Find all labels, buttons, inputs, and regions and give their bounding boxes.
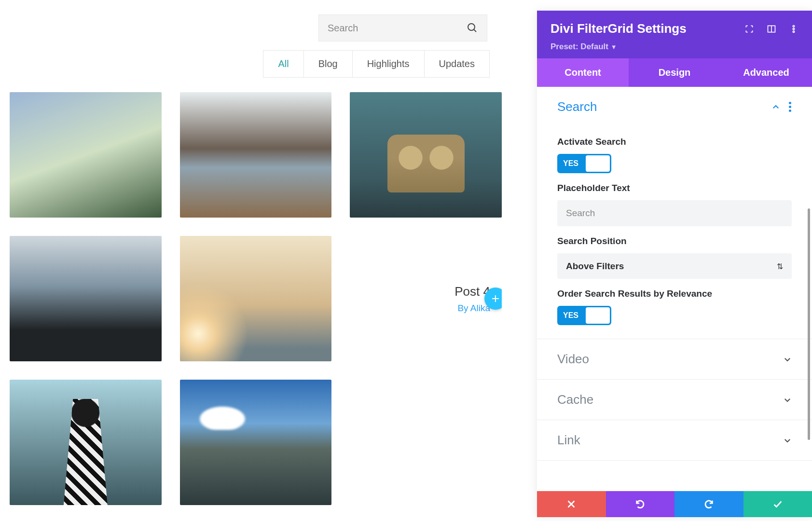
- section-cache-header[interactable]: Cache: [537, 380, 812, 420]
- label-order-relevance: Order Search Results by Relevance: [557, 288, 792, 299]
- tab-design[interactable]: Design: [629, 58, 720, 87]
- preset-label: Preset: Default: [551, 42, 608, 51]
- undo-button[interactable]: [606, 491, 675, 517]
- toggle-value: YES: [557, 159, 584, 168]
- search-icon: [467, 22, 478, 34]
- label-activate-search: Activate Search: [557, 137, 792, 147]
- preview-area: All Blog Highlights Updates Post 4 By Al…: [0, 0, 511, 520]
- grid-tile[interactable]: [180, 92, 332, 218]
- svg-point-0: [468, 24, 475, 30]
- panel-tabs: Content Design Advanced: [537, 58, 812, 87]
- section-link-header[interactable]: Link: [537, 420, 812, 460]
- section-video-header[interactable]: Video: [537, 339, 812, 379]
- tab-content[interactable]: Content: [537, 58, 629, 87]
- close-icon: [566, 499, 577, 509]
- filter-blog[interactable]: Blog: [304, 51, 353, 77]
- hover-meta-prefix: By: [457, 303, 470, 313]
- expand-icon[interactable]: [744, 24, 754, 34]
- select-search-position[interactable]: Above Filters: [557, 253, 792, 279]
- filter-highlights[interactable]: Highlights: [353, 51, 425, 77]
- toggle-activate-search[interactable]: YES: [557, 154, 611, 173]
- redo-icon: [703, 499, 714, 509]
- grid-tile[interactable]: [10, 380, 162, 505]
- grid-tile-hovered[interactable]: Post 4 By Alika +: [350, 236, 502, 361]
- section-search: Search Activate Search YES Placeholder T…: [537, 87, 812, 339]
- toggle-order-relevance[interactable]: YES: [557, 306, 611, 325]
- section-link: Link: [537, 420, 812, 461]
- panel-title: Divi FilterGrid Settings: [551, 21, 687, 36]
- grid-tile[interactable]: [180, 380, 332, 505]
- grid-tile[interactable]: [350, 92, 502, 218]
- chevron-up-icon: [771, 103, 780, 111]
- section-title: Search: [557, 99, 597, 114]
- grid-tile[interactable]: [180, 236, 332, 361]
- columns-icon[interactable]: [767, 24, 776, 34]
- toggle-value: YES: [557, 311, 584, 320]
- grid-tile[interactable]: [10, 92, 162, 218]
- settings-panel: Divi FilterGrid Settings Preset: Default…: [537, 11, 812, 517]
- grid-search-bar[interactable]: [318, 14, 487, 41]
- grid-tile[interactable]: [10, 236, 162, 361]
- tab-advanced[interactable]: Advanced: [720, 58, 812, 87]
- section-video: Video: [537, 339, 812, 380]
- panel-header: Divi FilterGrid Settings Preset: Default…: [537, 11, 812, 58]
- caret-down-icon: ▼: [611, 43, 617, 51]
- toggle-knob: [586, 307, 610, 324]
- filter-all[interactable]: All: [263, 51, 303, 77]
- filter-updates[interactable]: Updates: [425, 51, 490, 77]
- label-search-position: Search Position: [557, 236, 792, 247]
- close-button[interactable]: [537, 491, 606, 517]
- section-title: Cache: [557, 392, 593, 407]
- section-title: Link: [557, 433, 580, 448]
- hover-card: Post 4 By Alika +: [350, 236, 502, 361]
- thumbnail-grid: Post 4 By Alika +: [10, 92, 502, 505]
- confirm-button[interactable]: [743, 491, 812, 517]
- preset-selector[interactable]: Preset: Default ▼: [551, 42, 798, 52]
- check-icon: [772, 499, 783, 509]
- chevron-down-icon: [783, 436, 792, 445]
- chevron-down-icon: [783, 355, 792, 364]
- filter-row: All Blog Highlights Updates: [263, 50, 490, 78]
- undo-icon: [635, 499, 646, 509]
- section-cache: Cache: [537, 380, 812, 420]
- scrollbar-thumb[interactable]: [808, 208, 810, 440]
- svg-point-6: [793, 31, 794, 32]
- plus-icon: +: [492, 291, 499, 306]
- grid-search-input[interactable]: [328, 23, 467, 34]
- section-search-header[interactable]: Search: [537, 87, 812, 127]
- svg-point-5: [793, 28, 794, 29]
- more-icon[interactable]: [789, 24, 798, 34]
- input-placeholder-text[interactable]: [557, 200, 792, 226]
- section-more-icon[interactable]: [789, 102, 792, 112]
- svg-point-4: [793, 25, 794, 27]
- chevron-down-icon: [783, 396, 792, 404]
- redo-button[interactable]: [674, 491, 743, 517]
- section-title: Video: [557, 352, 589, 367]
- label-placeholder-text: Placeholder Text: [557, 183, 792, 193]
- hover-meta[interactable]: By Alika: [457, 303, 490, 314]
- svg-line-1: [474, 29, 476, 32]
- panel-footer: [537, 491, 812, 517]
- panel-body[interactable]: Search Activate Search YES Placeholder T…: [537, 87, 812, 491]
- toggle-knob: [586, 155, 610, 172]
